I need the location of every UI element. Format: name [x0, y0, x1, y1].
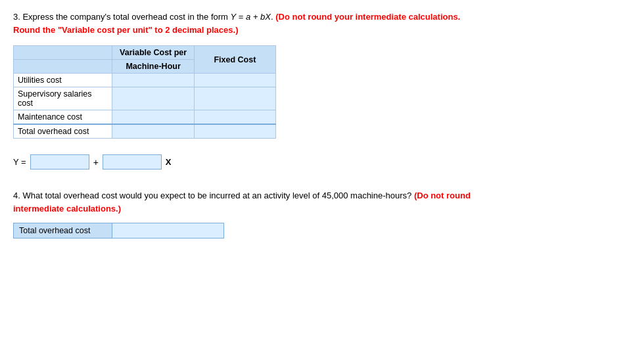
- plus-sign: +: [93, 157, 99, 168]
- y-equals-label: Y =: [13, 157, 26, 167]
- q4-input-cell[interactable]: [112, 223, 224, 239]
- var-input-0[interactable]: [115, 76, 191, 85]
- table-row-label-1: Supervisory salaries cost: [14, 87, 112, 110]
- table-row-fixed-0[interactable]: [194, 74, 275, 87]
- fixed-input-1[interactable]: [197, 94, 273, 103]
- q3-intro: 3. Express the company's total overhead …: [13, 12, 231, 22]
- x-label: X: [166, 157, 172, 167]
- equation-input-a[interactable]: [30, 154, 89, 170]
- var-input-3[interactable]: [115, 127, 191, 136]
- var-input-2[interactable]: [115, 112, 191, 122]
- table-row-var-1[interactable]: [112, 87, 194, 110]
- question3-block: 3. Express the company's total overhead …: [13, 11, 620, 139]
- table-subheader-machine-hour: Machine-Hour: [112, 60, 194, 74]
- question4-text: 4. What total overhead cost would you ex…: [13, 189, 493, 215]
- table-header-empty: [14, 46, 112, 60]
- q4-text-normal: 4. What total overhead cost would you ex…: [13, 191, 411, 200]
- table-header-fixed: Fixed Cost: [194, 46, 275, 74]
- var-input-1[interactable]: [115, 94, 191, 103]
- question4-block: 4. What total overhead cost would you ex…: [13, 189, 620, 239]
- table-row-fixed-1[interactable]: [194, 87, 275, 110]
- table-row-label-0: Utilities cost: [14, 74, 112, 87]
- table-row-fixed-3[interactable]: [194, 124, 275, 139]
- table-header-variable: Variable Cost per: [112, 46, 194, 60]
- q4-label: Total overhead cost: [13, 223, 112, 239]
- cost-table: Variable Cost per Fixed Cost Machine-Hou…: [13, 45, 276, 139]
- equation-row: Y = + X: [13, 154, 620, 170]
- q4-input[interactable]: [112, 223, 223, 238]
- fixed-input-3[interactable]: [197, 127, 273, 136]
- equation-input-b[interactable]: [103, 154, 162, 170]
- table-row-var-3[interactable]: [112, 124, 194, 139]
- table-row-fixed-2[interactable]: [194, 110, 275, 125]
- table-row-var-2[interactable]: [112, 110, 194, 125]
- q4-answer-row: Total overhead cost: [13, 223, 620, 239]
- table-row-var-0[interactable]: [112, 74, 194, 87]
- table-row-label-2: Maintenance cost: [14, 110, 112, 125]
- fixed-input-0[interactable]: [197, 76, 273, 85]
- table-subheader-empty: [14, 60, 112, 74]
- fixed-input-2[interactable]: [197, 112, 273, 122]
- table-row-label-3: Total overhead cost: [14, 124, 112, 139]
- question3-text: 3. Express the company's total overhead …: [13, 11, 486, 36]
